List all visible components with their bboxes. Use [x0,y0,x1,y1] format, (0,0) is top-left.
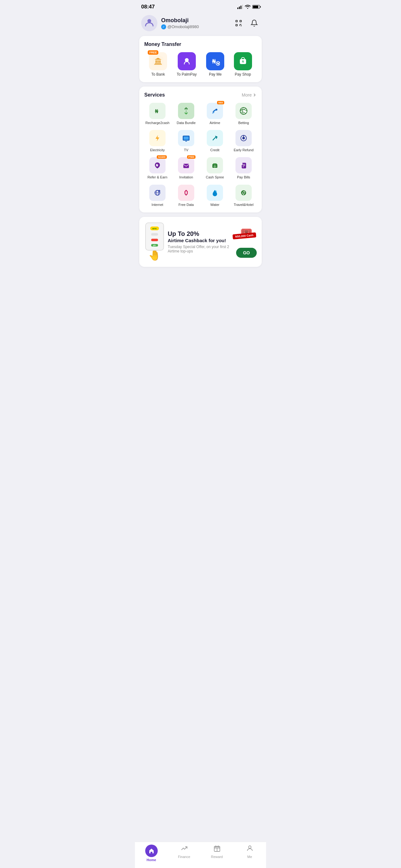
free-badge: FREE [148,50,158,55]
money-transfer-title: Money Transfer [144,41,257,47]
header-actions [233,18,260,29]
electricity-icon [149,130,166,146]
recharge2cash-label: Recharge2cash [145,121,169,125]
electricity-label: Electricity [150,148,165,152]
svg-text:₦: ₦ [155,109,158,114]
transfer-item-payshop[interactable]: Pay Shop [234,52,252,76]
travel-hotel-icon [235,185,252,201]
verified-badge: ✓ [161,24,166,29]
palmpay-label: To PalmPay [177,72,197,76]
bank-icon-wrap: FREE [149,52,167,70]
nav-home-label: Home [146,858,156,862]
svg-point-53 [158,190,160,192]
scan-button[interactable] [233,18,244,29]
transfer-item-bank[interactable]: FREE To Bank [149,52,167,76]
status-time: 08:47 [141,4,155,10]
user-avatar-icon [144,18,154,29]
svg-rect-12 [155,63,161,64]
svg-rect-9 [156,60,157,63]
nav-reward[interactable]: Reward [201,844,233,862]
services-grid: ₦ Recharge2cash Data Bundle [144,103,257,207]
avatar[interactable] [141,15,157,31]
service-item-pay-bills[interactable]: ₦ Pay Bills [231,157,257,179]
service-item-water[interactable]: Water [202,185,228,207]
svg-rect-10 [157,60,159,63]
early-refund-label: Early Refund [234,148,254,152]
payshop-label: Pay Shop [235,72,251,76]
transfer-item-palmpay[interactable]: To PalmPay [177,52,197,76]
payshop-icon-wrap [234,52,252,70]
transfer-item-payme[interactable]: ₦ Pay Me [206,52,224,76]
wifi-icon [245,4,250,10]
cash-spree-label: Cash Spree [206,175,224,179]
svg-point-62 [243,194,244,195]
bank-label: To Bank [152,72,165,76]
service-item-early-refund[interactable]: Early Refund [231,130,257,152]
svg-rect-3 [236,24,237,26]
promo-banner[interactable]: MTN glo 🤚 Up To 20% Airtime Cashback for… [139,217,262,267]
user-name: Omobolaji [161,17,233,24]
service-item-tv[interactable]: TV [173,130,199,152]
nav-finance[interactable]: Finance [168,844,201,862]
status-bar: 08:47 [135,0,266,12]
service-item-electricity[interactable]: Electricity [144,130,170,152]
nav-me[interactable]: Me [233,844,266,862]
service-item-refer-earn[interactable]: N1600 ₦ Refer & Earn [144,157,170,179]
service-item-credit[interactable]: Credit [202,130,228,152]
tv-label: TV [184,148,188,152]
service-item-recharge2cash[interactable]: ₦ Recharge2cash [144,103,170,125]
service-item-travel-hotel[interactable]: Travel&Hotel [231,185,257,207]
svg-text:₦: ₦ [156,163,158,167]
svg-rect-11 [159,60,161,63]
bottom-navigation: Home Finance Reward [135,842,266,868]
nav-home[interactable]: Home [135,844,168,862]
svg-text:₦: ₦ [212,58,216,65]
svg-rect-27 [183,136,189,140]
early-refund-icon [235,130,252,146]
more-link[interactable]: More [242,92,257,97]
transfer-grid: FREE To Bank [144,52,257,76]
battery-icon [252,5,260,9]
pay-bills-icon: ₦ [235,157,252,174]
svg-point-57 [187,191,188,192]
refer-earn-label: Refer & Earn [147,175,167,179]
services-card: Services More ₦ Recharge2cash [139,87,262,213]
water-label: Water [210,203,220,207]
airtime-icon: N60 [207,103,223,119]
home-icon [145,844,158,857]
svg-point-0 [147,19,151,23]
service-item-airtime[interactable]: N60 Airtime [202,103,228,125]
svg-rect-28 [185,141,187,142]
services-title: Services [144,92,165,98]
service-item-invitation[interactable]: P500 Invitation [173,157,199,179]
me-icon [246,844,254,854]
svg-rect-13 [154,64,162,65]
svg-point-23 [215,109,218,111]
service-item-free-data[interactable]: Free Data [173,185,199,207]
svg-text:MTN: MTN [153,228,157,230]
tv-icon [178,130,194,146]
service-item-internet[interactable]: Internet [144,185,170,207]
status-icons [237,4,260,10]
travel-hotel-label: Travel&Hotel [234,203,253,207]
svg-rect-40 [213,163,217,165]
airtime-badge: N60 [217,101,224,104]
credit-label: Credit [210,148,219,152]
svg-point-32 [242,137,245,140]
nav-me-label: Me [247,855,252,859]
promo-go-button[interactable]: GO [236,248,257,258]
header: Omobolaji ✓ @Omobolaji8980 [135,12,266,36]
notification-button[interactable] [248,18,260,29]
svg-point-24 [240,107,247,114]
internet-label: Internet [152,203,163,207]
palmpay-icon-wrap [178,52,196,70]
service-item-cash-spree[interactable]: Cash Spree [202,157,228,179]
service-item-data-bundle[interactable]: Data Bundle [173,103,199,125]
signal-icon [237,5,243,9]
service-item-betting[interactable]: Betting [231,103,257,125]
data-bundle-label: Data Bundle [177,121,196,125]
finance-icon [180,844,188,854]
svg-rect-2 [240,20,241,22]
credit-icon [207,130,223,146]
promo-percent: Up To 20% [168,230,233,238]
